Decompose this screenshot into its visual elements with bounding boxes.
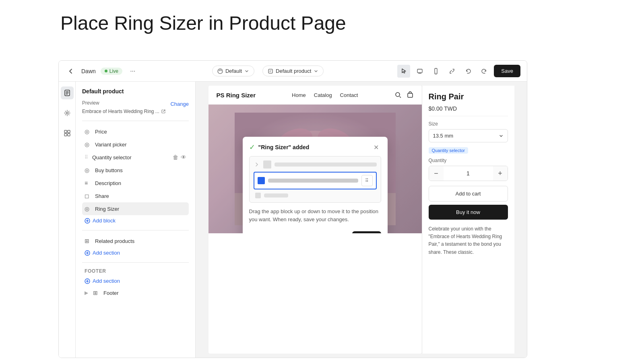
sidebar-item-ring-sizer-label: Ring Sizer [95,206,119,212]
got-it-button[interactable]: Got it [352,231,381,233]
drag-dots-button[interactable]: ⠿ [361,175,373,186]
page-title: Place Ring Sizer in Product Page [0,0,644,42]
sidebar-item-description[interactable]: ≡ Description [82,177,189,189]
sidebar-header: Default product [82,88,189,95]
svg-rect-7 [64,130,67,133]
save-button[interactable]: Save [494,65,520,77]
mobile-view-button[interactable] [429,65,442,78]
desktop-view-button[interactable] [413,65,426,78]
add-section-footer-link[interactable]: Add section [82,276,189,286]
sidebar-item-related-products[interactable]: ⊞ Related products [82,234,189,247]
add-block-link[interactable]: Add block [82,215,189,226]
product-value: Default product [276,68,311,74]
product-selector[interactable]: Default product [262,66,324,76]
top-bar-center: Default Default product [138,66,398,76]
store-link-home[interactable]: Home [292,92,306,98]
store-name: Dawn [81,68,96,74]
store-logo: PS Ring Sizer [217,92,256,99]
sidebar-item-variant-picker-label: Variant picker [95,142,127,148]
footer-label: Footer [82,267,189,276]
footer-icon: ⊞ [93,290,100,296]
size-dropdown[interactable]: 13.5 mm [429,129,508,142]
sidebar-item-price-label: Price [95,129,107,135]
product-image-container: ✓ "Ring Sizer" added ✕ [208,105,422,233]
sidebar-pages-icon[interactable] [61,86,74,99]
sidebar-settings-icon[interactable] [61,107,74,119]
add-section-link[interactable]: Add section [82,247,189,258]
sidebar: Default product Preview Change Embrace o… [59,82,196,358]
sidebar-item-footer[interactable]: ▶ ⊞ Footer [82,286,189,299]
change-link[interactable]: Change [170,101,189,107]
buy-now-button[interactable]: Buy it now [429,205,508,220]
store-link-catalog[interactable]: Catalog [314,92,332,98]
theme-selector[interactable]: Default [212,66,254,76]
expand-button[interactable] [446,65,458,78]
sidebar-item-share-label: Share [95,193,109,199]
modal-header: ✓ "Ring Sizer" added ✕ [243,137,388,156]
quantity-label: Quantity [429,158,508,163]
preview-area: PS Ring Sizer Home Catalog Contact [196,82,527,358]
redo-button[interactable] [478,65,491,78]
svg-point-4 [436,72,436,73]
drag-handle-icon: ⠿ [85,154,88,160]
modal-close-button[interactable]: ✕ [372,142,381,152]
editor-container: Dawn Live ··· Default Default product [58,60,527,358]
sidebar-item-buy-buttons[interactable]: ◎ Buy buttons [82,164,189,177]
sidebar-item-quantity-selector[interactable]: ⠿ Quantity selector 🗑 👁 [82,151,189,164]
preview-label: Preview [82,100,99,106]
skeleton-expand-icon [254,161,260,168]
product-panel: Ring Pair $0.00 TWD Size 13.5 mm Quantit… [422,86,514,354]
svg-rect-2 [417,69,422,73]
delete-icon[interactable]: 🗑 [173,154,178,160]
search-icon[interactable] [394,91,402,99]
modal-title: "Ring Sizer" added [258,144,368,150]
item-actions: 🗑 👁 [173,154,186,160]
product-description: Celebrate your union with the "Embrace o… [429,225,508,256]
modal-body: Drag the app block up or down to move it… [243,208,388,228]
ring-sizer-added-modal: ✓ "Ring Sizer" added ✕ [243,137,388,233]
more-options-button[interactable]: ··· [127,66,138,77]
top-bar-left: Dawn Live ··· [65,66,138,77]
select-tool-button[interactable] [397,65,410,78]
sidebar-item-footer-label: Footer [103,290,119,296]
svg-rect-9 [64,134,67,136]
quantity-decrease-button[interactable]: − [429,166,444,181]
sidebar-item-variant-picker[interactable]: ◎ Variant picker [82,138,189,151]
skeleton-row-sub [254,193,377,198]
product-title: Ring Pair [429,92,508,101]
eye-icon[interactable]: 👁 [181,154,186,160]
preview-link: Embrace of Hearts Wedding Ring ... [82,109,189,114]
sidebar-item-share[interactable]: ◻ Share [82,189,189,202]
main-content: Default product Preview Change Embrace o… [59,82,527,358]
modal-overlay: ✓ "Ring Sizer" added ✕ [208,105,422,233]
add-block-label: Add block [93,218,116,224]
sections-divider [82,230,189,230]
sidebar-item-quantity-selector-label: Quantity selector [92,154,132,160]
svg-point-14 [396,93,400,97]
sidebar-item-ring-sizer[interactable]: ◎ Ring Sizer [82,202,189,215]
size-label: Size [429,121,508,127]
sidebar-apps-icon[interactable] [61,127,74,140]
back-button[interactable] [65,66,76,77]
success-icon: ✓ [249,143,255,152]
live-badge: Live [101,68,122,75]
sidebar-item-related-products-label: Related products [95,238,134,244]
live-label: Live [109,68,118,74]
store-links: Home Catalog Contact [292,92,358,98]
quantity-increase-button[interactable]: + [493,166,508,181]
store-nav: PS Ring Sizer Home Catalog Contact [208,86,422,105]
skeleton-line-1 [275,162,377,167]
store-link-contact[interactable]: Contact [340,92,358,98]
sidebar-item-price[interactable]: ◎ Price [82,125,189,138]
description-icon: ≡ [85,180,92,186]
cart-icon[interactable] [407,91,414,99]
undo-button[interactable] [462,65,475,78]
theme-value: Default [225,68,242,74]
footer-expand-icon: ▶ [85,290,88,296]
skeleton-line-short [264,193,288,197]
modal-preview: ⠿ [249,156,381,203]
add-to-cart-button[interactable]: Add to cart [429,186,508,202]
qty-selector-badge: Quantity selector [429,147,469,154]
preview-section: Preview Change Embrace of Hearts Wedding… [82,100,189,114]
svg-rect-1 [268,69,272,73]
